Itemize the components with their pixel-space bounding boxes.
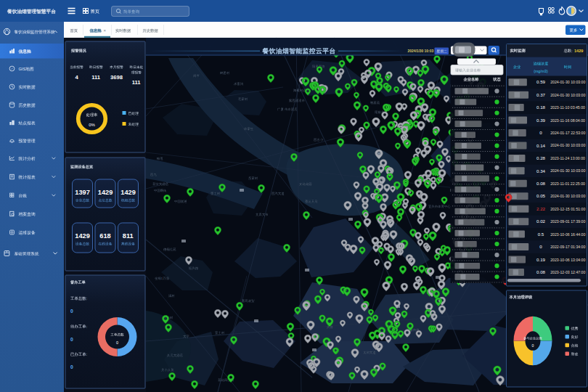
svg-text:2023-12-03 12:47:00: 2023-12-03 12:47:00 [550, 270, 585, 274]
svg-text:111: 111 [91, 74, 101, 81]
svg-text:0: 0 [70, 364, 73, 369]
svg-text::: : [86, 352, 88, 356]
svg-text:0.5: 0.5 [538, 232, 544, 237]
svg-text:2023-12-15 01:51:00: 2023-12-15 01:51:00 [550, 207, 585, 211]
svg-text:×: × [104, 28, 107, 33]
svg-text:2022-09-17 01:34:00: 2022-09-17 01:34:00 [550, 245, 585, 249]
svg-text:2.22: 2.22 [536, 206, 546, 211]
svg-text:1429: 1429 [75, 232, 89, 240]
svg-text:0: 0 [116, 340, 118, 345]
svg-text:2024-01-30 10:03:00: 2024-01-30 10:03:00 [550, 168, 585, 173]
svg-text:0: 0 [70, 309, 73, 314]
svg-text:1397: 1397 [75, 189, 89, 196]
svg-text:0: 0 [70, 337, 73, 342]
svg-text:1429: 1429 [121, 189, 135, 196]
svg-text:2023-11-24 13:00:00: 2023-11-24 13:00:00 [550, 156, 585, 160]
svg-text:0%: 0% [89, 123, 95, 127]
svg-text:2023-11-16 08:04:00: 2023-11-16 08:04:00 [550, 118, 585, 123]
svg-text:0.02: 0.02 [536, 219, 546, 224]
svg-text:2024-01-30 10:03:00: 2024-01-30 10:03:00 [550, 80, 585, 84]
svg-text:0: 0 [539, 244, 542, 249]
svg-text:2023-11-01 22:25:00: 2023-11-01 22:25:00 [550, 181, 585, 186]
svg-text::: : [86, 324, 88, 329]
svg-text:0.59: 0.59 [536, 79, 546, 84]
svg-text:811: 811 [123, 232, 134, 240]
svg-text:3698: 3698 [110, 74, 123, 81]
svg-text:0.19: 0.19 [536, 257, 546, 262]
svg-text:(mg/m3): (mg/m3) [534, 69, 548, 73]
svg-text:1429: 1429 [574, 49, 583, 53]
svg-text:0.18: 0.18 [536, 105, 546, 110]
svg-text:2024-01-30 10:03:00: 2024-01-30 10:03:00 [550, 93, 585, 97]
svg-text:2024/1/30 10:03: 2024/1/30 10:03 [408, 49, 434, 53]
svg-text:GIS: GIS [19, 67, 26, 71]
svg-text:0.28: 0.28 [536, 155, 546, 160]
svg-text:1429: 1429 [98, 189, 113, 196]
svg-text:2023-10-06 16:44:00: 2023-10-06 16:44:00 [550, 232, 585, 237]
svg-text:0.34: 0.34 [536, 168, 546, 173]
svg-text:0.08: 0.08 [536, 269, 546, 274]
svg-text:2023-09-01 17:39:00: 2023-09-01 17:39:00 [550, 219, 585, 224]
svg-text:0.37: 0.37 [536, 92, 546, 97]
svg-text:618: 618 [99, 232, 110, 240]
svg-text:0.14: 0.14 [536, 143, 546, 148]
svg-text:0: 0 [532, 343, 534, 348]
svg-text:2023-11-10 03:45:00: 2023-11-10 03:45:00 [550, 105, 585, 110]
svg-text:111: 111 [132, 79, 142, 86]
svg-text:2023-10-06 13:04:00: 2023-10-06 13:04:00 [550, 258, 585, 262]
svg-text::: : [86, 296, 88, 301]
svg-text:2024-01-30 10:03:00: 2024-01-30 10:03:00 [550, 143, 585, 147]
svg-text:2024-01-30 10:03:00: 2024-01-30 10:03:00 [550, 194, 585, 198]
svg-text::: : [571, 49, 572, 53]
svg-text:0.08: 0.08 [536, 181, 546, 186]
svg-text:0.39: 0.39 [536, 118, 546, 123]
svg-text:0.05: 0.05 [536, 193, 546, 198]
svg-text:2024-01-17 22:53:00: 2024-01-17 22:53:00 [550, 131, 585, 135]
svg-text:0: 0 [539, 130, 542, 135]
